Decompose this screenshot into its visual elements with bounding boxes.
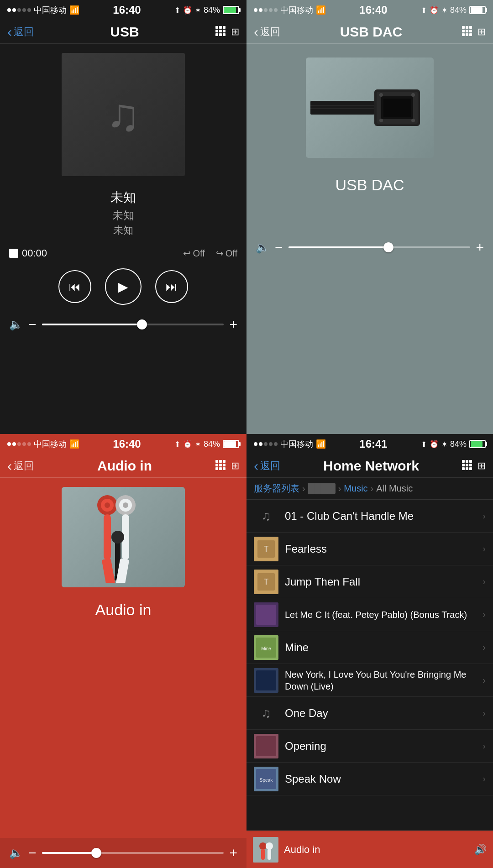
music-note-1: ♫ — [262, 509, 271, 523]
dot-4-dac — [269, 8, 273, 12]
dot-4 — [22, 8, 26, 12]
svg-rect-37 — [256, 670, 276, 690]
back-button-dac[interactable]: ‹ 返回 — [254, 24, 280, 40]
volume-slider-dac[interactable] — [288, 246, 471, 248]
volume-plus-usb[interactable]: + — [229, 317, 237, 332]
shuffle-mode[interactable]: ↪ Off — [216, 248, 237, 259]
volume-minus-audio[interactable]: − — [28, 845, 37, 861]
prev-button-usb[interactable]: ⏮ — [58, 270, 91, 303]
time-usb: 16:40 — [113, 4, 141, 16]
stop-icon[interactable] — [9, 249, 18, 258]
list-item[interactable]: Let Me C It (feat. Petey Pablo) (Bonus T… — [246, 598, 493, 631]
now-playing-art — [253, 837, 278, 863]
location-icon-dac: ⬆ — [421, 6, 427, 15]
signal-dots-dac — [254, 8, 278, 12]
volume-icon-dac: 🔈 — [256, 241, 269, 254]
wifi-icon-network: 📶 — [316, 439, 326, 449]
back-button-usb[interactable]: ‹ 返回 — [7, 24, 34, 40]
dot-5-audio — [27, 442, 31, 446]
playback-controls-usb: 00:00 ↩ Off ↪ Off ⏮ ▶ ⏭ — [0, 241, 246, 312]
clock-icon: ⏰ — [183, 6, 192, 15]
battery-body-dac — [469, 6, 486, 14]
now-playing-thumb — [253, 837, 278, 863]
grid-view-icon-dac[interactable] — [462, 26, 472, 38]
album-art-usb: ♫ — [62, 53, 185, 176]
nav-title-dac: USB DAC — [340, 24, 403, 40]
volume-slider-usb[interactable] — [42, 324, 224, 325]
settings-icon-dac[interactable]: ⊞ — [477, 26, 486, 38]
repeat-icon: ↩ — [183, 248, 191, 259]
dot-2-dac — [259, 8, 262, 12]
repeat-mode[interactable]: ↩ Off — [183, 248, 205, 259]
status-bar-network: 中国移动 📶 16:41 ⬆ ⏰ ✶ 84% — [246, 434, 493, 454]
dot-2-audio — [12, 442, 16, 446]
breadcrumb: 服务器列表 › ████ › Music › All Music — [246, 478, 493, 500]
volume-minus-dac[interactable]: − — [275, 240, 283, 255]
list-item[interactable]: ♫ 01 - Club Can't Handle Me › — [246, 500, 493, 533]
clock-icon-audio: ⏰ — [183, 440, 192, 449]
now-playing-volume-icon[interactable]: 🔊 — [474, 844, 487, 856]
list-item[interactable]: Speak Speak Now › — [246, 763, 493, 795]
list-item[interactable]: Opening › — [246, 730, 493, 763]
back-arrow-dac: ‹ — [254, 24, 258, 40]
dot-3-network — [264, 442, 267, 446]
location-icon: ⬆ — [174, 6, 180, 15]
panel-usb: 中国移动 📶 16:40 ⬆ ⏰ ✶ 84% ‹ 返回 USB — [0, 0, 246, 434]
back-button-audio[interactable]: ‹ 返回 — [7, 458, 34, 474]
album-art-container-usb: ♫ — [0, 44, 246, 185]
dot-1-audio — [7, 442, 11, 446]
song-thumb-6 — [254, 668, 278, 693]
volume-thumb-audio — [91, 848, 101, 858]
volume-plus-dac[interactable]: + — [476, 240, 484, 255]
shuffle-label: Off — [226, 248, 237, 259]
volume-plus-audio[interactable]: + — [229, 845, 237, 861]
list-item[interactable]: T Fearless › — [246, 533, 493, 565]
list-item[interactable]: ♫ One Day › — [246, 697, 493, 730]
settings-icon-network[interactable]: ⊞ — [477, 460, 486, 472]
dot-2 — [12, 8, 16, 12]
status-bar-left-dac: 中国移动 📶 — [254, 5, 326, 16]
breadcrumb-sep-3: › — [371, 483, 374, 494]
list-item[interactable]: New York, I Love You But You're Bringing… — [246, 664, 493, 697]
breadcrumb-item-music[interactable]: Music — [344, 483, 367, 494]
wifi-icon-usb: 📶 — [69, 5, 79, 15]
track-artist-usb: 未知 — [9, 208, 237, 223]
now-playing-bar[interactable]: Audio in 🔊 — [246, 831, 493, 868]
track-title-usb: 未知 — [9, 189, 237, 206]
dot-4-network — [269, 442, 273, 446]
volume-minus-usb[interactable]: − — [28, 317, 37, 332]
list-item[interactable]: Mine Mine › — [246, 631, 493, 664]
back-button-network[interactable]: ‹ 返回 — [254, 458, 280, 474]
settings-icon-audio[interactable]: ⊞ — [231, 460, 239, 472]
dot-3-audio — [17, 442, 21, 446]
bluetooth-icon-dac: ✶ — [441, 6, 447, 15]
panel-network: 中国移动 📶 16:41 ⬆ ⏰ ✶ 84% ‹ 返回 Home Network — [246, 434, 493, 868]
carrier-usb: 中国移动 — [34, 5, 67, 16]
breadcrumb-item-servers[interactable]: 服务器列表 — [254, 482, 299, 495]
nav-icons-usb: ⊞ — [215, 26, 239, 38]
grid-view-icon-network[interactable] — [462, 460, 472, 472]
signal-dots — [7, 8, 31, 12]
audio-cables-svg — [66, 492, 180, 583]
next-button-usb[interactable]: ⏭ — [155, 270, 188, 303]
breadcrumb-item-server[interactable]: ████ — [308, 483, 336, 494]
play-button-usb[interactable]: ▶ — [105, 268, 142, 305]
signal-dots-network — [254, 442, 278, 446]
volume-slider-audio[interactable] — [42, 852, 224, 854]
dot-4-audio — [22, 442, 26, 446]
nav-bar-dac: ‹ 返回 USB DAC ⊞ — [246, 20, 493, 44]
back-label-audio: 返回 — [14, 459, 34, 473]
list-item[interactable]: T Jump Then Fall › — [246, 565, 493, 598]
grid-view-icon-usb[interactable] — [215, 26, 226, 38]
svg-point-18 — [123, 502, 128, 508]
svg-rect-45 — [261, 849, 265, 860]
svg-text:T: T — [264, 577, 269, 586]
volume-fill-usb — [42, 324, 142, 325]
svg-point-46 — [266, 842, 273, 850]
time-audio: 16:40 — [113, 438, 141, 450]
wifi-icon-audio: 📶 — [69, 439, 79, 449]
song-title-9: Speak Now — [285, 772, 476, 786]
song-title-8: Opening — [285, 739, 476, 753]
grid-view-icon-audio[interactable] — [215, 460, 226, 472]
settings-icon-usb[interactable]: ⊞ — [231, 26, 239, 38]
